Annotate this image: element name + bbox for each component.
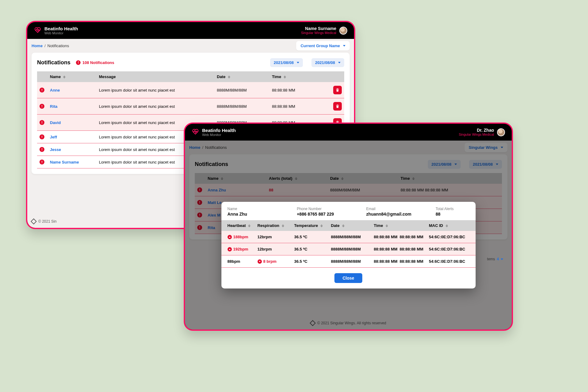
sort-icon: [284, 76, 286, 78]
pager-items-value: 4: [497, 257, 499, 261]
alert-icon: !: [40, 88, 44, 92]
row-time: 88:88:88 MM: [270, 98, 331, 115]
chevron-down-icon: [338, 62, 341, 63]
brand-subtitle: Web Monitor: [44, 31, 78, 35]
chevron-down-icon: [501, 258, 503, 260]
row-mac: 54:6C:0E:D7:06:BC: [427, 243, 476, 255]
col-date[interactable]: Date: [329, 220, 371, 231]
modal-phone-label: Phone Number: [297, 207, 363, 211]
alert-icon: !: [40, 160, 44, 164]
modal-name-value: Anna Zhu: [228, 212, 294, 217]
avatar[interactable]: [339, 27, 347, 35]
alert-icon: !: [76, 60, 81, 65]
sort-icon: [228, 76, 230, 78]
close-button[interactable]: Close: [334, 273, 362, 283]
user-name: Name Surname: [301, 26, 336, 31]
modal-email-value: zhuann84@gmail.com: [366, 212, 433, 217]
table-row[interactable]: !AnneLorem ipsum dolor sit amet nunc pia…: [37, 82, 344, 98]
user-block: Name Surname Singular Wings Medical: [301, 26, 336, 35]
row-date: 8888M/88M/88M: [214, 98, 270, 115]
sort-icon: [248, 224, 251, 227]
card-title: Notifications: [37, 59, 70, 66]
row-time: 88:88:88 MM 88:88:88 MM: [371, 255, 427, 268]
row-name-link[interactable]: Jeff: [50, 135, 57, 139]
table-row[interactable]: 88bpm8 brpm36.5 ºC8888M/88M/88M88:88:88 …: [221, 255, 476, 268]
breadcrumb-current: Notifications: [47, 43, 69, 48]
delete-button[interactable]: [333, 86, 342, 94]
tablet-right-viewport: Beatinfo Health Web Monitor Dr. Zhao Sin…: [185, 124, 512, 330]
row-heartbeat: 88bpm: [228, 259, 240, 264]
col-mac[interactable]: MAC ID: [427, 220, 476, 231]
row-temperature: 36.5 ºC: [292, 255, 329, 268]
alert-icon: !: [40, 104, 44, 109]
row-message: Lorem ipsum dolor sit amet nunc piacet e…: [96, 98, 214, 115]
sort-icon: [63, 76, 66, 78]
date-from-picker[interactable]: 2021/08/08: [270, 58, 303, 67]
avatar[interactable]: [497, 128, 505, 136]
modal-total-value: 88: [436, 212, 469, 217]
row-heartbeat: 188bpm: [233, 235, 248, 239]
modal-phone-value: +886 8765 887 229: [297, 212, 363, 217]
date-to-label: 2021/08/08: [315, 60, 335, 65]
row-respiration: 12brpm: [258, 247, 272, 251]
col-time[interactable]: Time: [270, 71, 331, 82]
pager-items-label: tems: [487, 257, 495, 261]
row-date: 8888M/88M/88M: [329, 231, 371, 243]
card-head: Notifications ! 108 Notifications 2021/0…: [37, 58, 344, 67]
footer-text: © 2021 Sin: [38, 219, 57, 224]
table-row[interactable]: 192bpm12brpm36.5 ºC8888M/88M/88M88:88:88…: [221, 243, 476, 255]
breadcrumb-sep: /: [44, 43, 46, 48]
col-respiration[interactable]: Respiration: [255, 220, 292, 231]
arrow-down-icon: [258, 259, 262, 264]
row-temperature: 36.5 ºC: [292, 243, 329, 255]
sort-icon: [320, 224, 323, 227]
sort-icon: [386, 224, 388, 227]
group-select-label: Current Group Name: [300, 43, 340, 48]
arrow-up-icon: [228, 247, 232, 251]
heart-icon: [192, 128, 199, 137]
row-name-link[interactable]: David: [50, 120, 61, 125]
modal-email-label: Email: [366, 207, 433, 211]
row-respiration: 8 brpm: [263, 259, 277, 264]
alerts-detail-modal: Name Anna Zhu Phone Number +886 8765 887…: [221, 202, 476, 288]
modal-person-info: Name Anna Zhu Phone Number +886 8765 887…: [221, 207, 476, 220]
modal-total-label: Total Alerts: [436, 207, 469, 211]
row-name-link[interactable]: Anne: [50, 88, 60, 92]
alert-icon: !: [40, 134, 44, 139]
col-name[interactable]: Name: [47, 71, 96, 82]
date-to-picker[interactable]: 2021/08/08: [311, 58, 344, 67]
sort-icon: [446, 224, 448, 227]
col-date[interactable]: Date: [214, 71, 270, 82]
table-row[interactable]: !RitaLorem ipsum dolor sit amet nunc pia…: [37, 98, 344, 115]
brand-title: Beatinfo Health: [44, 26, 78, 31]
delete-button[interactable]: [333, 102, 342, 111]
chevron-down-icon: [297, 62, 299, 63]
col-message[interactable]: Message: [96, 71, 214, 82]
alert-count-label: 108 Notifications: [82, 60, 114, 65]
row-mac: 54:6C:0E:D7:06:BC: [427, 255, 476, 268]
date-from-label: 2021/08/08: [274, 60, 294, 65]
col-temperature[interactable]: Temperature: [292, 220, 329, 231]
user-block: Dr. Zhao Singular Wings Medical: [459, 128, 494, 137]
row-name-link[interactable]: Jesse: [50, 147, 61, 152]
row-name-link[interactable]: Rita: [50, 104, 58, 109]
app-header: Beatinfo Health Web Monitor Dr. Zhao Sin…: [185, 124, 512, 141]
alert-icon: !: [40, 147, 44, 152]
row-time: 88:88:88 MM 88:88:88 MM: [371, 243, 427, 255]
breadcrumb-home[interactable]: Home: [32, 43, 43, 48]
row-heartbeat: 192bpm: [233, 247, 248, 251]
heart-icon: [34, 26, 41, 35]
row-date: 8888M/88M/88M: [214, 82, 270, 98]
row-date: 8888M/88M/88M: [329, 255, 371, 268]
user-name: Dr. Zhao: [459, 128, 494, 133]
group-select[interactable]: Current Group Name: [296, 41, 350, 51]
row-name-link[interactable]: Name Surname: [50, 160, 79, 164]
col-heartbeat[interactable]: Heartbeat: [221, 220, 255, 231]
pager-items[interactable]: tems 4: [487, 257, 503, 261]
col-time[interactable]: Time: [371, 220, 427, 231]
row-mac: 54:6C:0E:D7:06:BC: [427, 231, 476, 243]
table-row[interactable]: 188bpm12brpm36.5 ºC8888M/88M/88M88:88:88…: [221, 231, 476, 243]
sort-icon: [342, 224, 345, 227]
tablet-right-frame: Beatinfo Health Web Monitor Dr. Zhao Sin…: [184, 123, 513, 331]
row-time: 88:88:88 MM 88:88:88 MM: [371, 231, 427, 243]
